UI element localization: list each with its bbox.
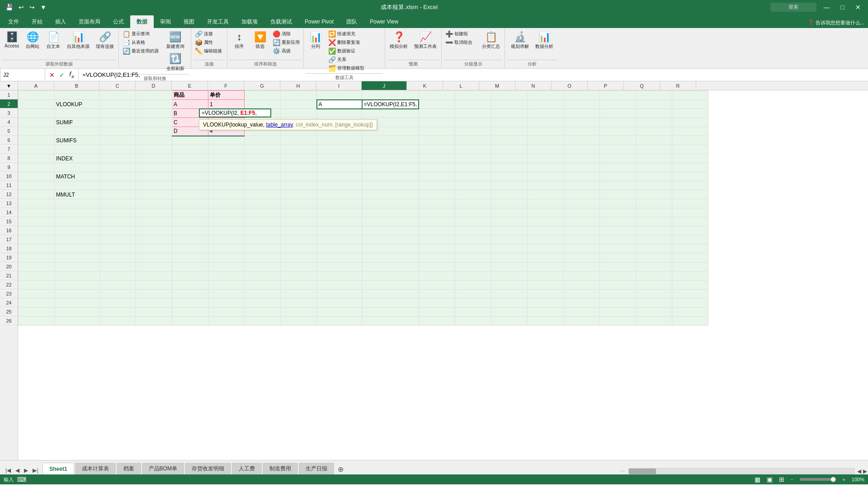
tab-load-test[interactable]: 负载测试 xyxy=(264,15,298,28)
cell-l5[interactable] xyxy=(455,127,491,136)
col-header-r[interactable]: R xyxy=(660,81,696,90)
cell-j2[interactable]: =VLOOKUP(I2,E1:F5, xyxy=(362,100,419,109)
cell-a4[interactable] xyxy=(19,118,55,127)
cell-p8[interactable] xyxy=(599,154,636,163)
cell-o8[interactable] xyxy=(563,154,599,163)
flash-fill-button[interactable]: 🔁 快速填充 xyxy=(326,30,383,38)
existing-connections-button[interactable]: 🔗 现有连接 xyxy=(93,30,117,51)
cell-d6[interactable] xyxy=(136,136,172,145)
web-button[interactable]: 🌐 自网站 xyxy=(23,30,42,51)
sheet-tab-labor[interactable]: 人工费 xyxy=(232,463,262,474)
cell-c5[interactable] xyxy=(100,127,136,136)
cell-m4[interactable] xyxy=(491,118,527,127)
normal-view-button[interactable]: ▦ xyxy=(753,475,762,483)
cell-r1[interactable] xyxy=(672,91,708,100)
cell-l1[interactable] xyxy=(455,91,491,100)
cell-c2[interactable] xyxy=(100,100,136,109)
sheet-options-button[interactable]: ⋯ xyxy=(618,469,627,474)
cell-h1[interactable] xyxy=(281,91,317,100)
cell-q7[interactable] xyxy=(636,145,672,154)
cell-m3[interactable] xyxy=(491,109,527,118)
cell-a8[interactable] xyxy=(19,154,55,163)
cell-b12[interactable]: MMULT xyxy=(55,190,100,199)
cell-q8[interactable] xyxy=(636,154,672,163)
cell-c4[interactable] xyxy=(100,118,136,127)
confirm-formula-button[interactable]: ✓ xyxy=(58,71,66,79)
col-header-m[interactable]: M xyxy=(479,81,515,90)
col-header-j[interactable]: J xyxy=(362,81,407,90)
cell-n2[interactable] xyxy=(527,100,563,109)
sheet-tab-sheet1[interactable]: Sheet1 xyxy=(42,463,74,474)
sheet-nav-first[interactable]: |◀ xyxy=(4,466,13,474)
cell-d1[interactable] xyxy=(136,91,172,100)
cell-b5[interactable] xyxy=(55,127,100,136)
cell-j6[interactable] xyxy=(362,136,419,145)
row-header-23[interactable]: 23 xyxy=(0,289,18,298)
reapply-button[interactable]: 🔄 重新应用 xyxy=(271,38,302,47)
save-icon[interactable]: 💾 xyxy=(4,3,15,12)
tab-power-view[interactable]: Power View xyxy=(363,15,405,28)
cell-m8[interactable] xyxy=(491,154,527,163)
cell-g2[interactable] xyxy=(245,100,281,109)
col-header-e[interactable]: E xyxy=(172,81,208,90)
tab-developer[interactable]: 开发工具 xyxy=(201,15,235,28)
sheet-tab-inventory[interactable]: 存货收发明细 xyxy=(185,463,231,474)
cell-i3[interactable] xyxy=(317,109,362,118)
group-button[interactable]: ➕ 创建组 xyxy=(443,30,478,38)
cell-f7[interactable] xyxy=(208,145,245,154)
cell-p6[interactable] xyxy=(599,136,636,145)
row-header-14[interactable]: 14 xyxy=(0,208,18,217)
text-button[interactable]: 📄 自文本 xyxy=(43,30,63,51)
cell-g7[interactable] xyxy=(245,145,281,154)
row-header-25[interactable]: 25 xyxy=(0,307,18,316)
redo-icon[interactable]: ↪ xyxy=(28,3,37,12)
row-header-10[interactable]: 10 xyxy=(0,172,18,181)
cell-h6[interactable] xyxy=(281,136,317,145)
new-query-button[interactable]: 🆕 新建查询 xyxy=(161,30,189,51)
row-header-11[interactable]: 11 xyxy=(0,181,18,190)
col-header-n[interactable]: N xyxy=(515,81,552,90)
cancel-formula-button[interactable]: ✕ xyxy=(48,71,56,79)
cell-c6[interactable] xyxy=(100,136,136,145)
cell-i6[interactable] xyxy=(317,136,362,145)
cell-p3[interactable] xyxy=(599,109,636,118)
cell-b2[interactable]: VLOOKUP xyxy=(55,100,100,109)
customize-icon[interactable]: ▼ xyxy=(38,3,48,12)
col-header-p[interactable]: P xyxy=(588,81,624,90)
row-header-4[interactable]: 4 xyxy=(0,117,18,127)
cell-a7[interactable] xyxy=(19,145,55,154)
cell-k6[interactable] xyxy=(419,136,455,145)
cell-b10[interactable]: MATCH xyxy=(55,172,100,181)
cell-q1[interactable] xyxy=(636,91,672,100)
cell-d4[interactable] xyxy=(136,118,172,127)
cell-p4[interactable] xyxy=(599,118,636,127)
col-header-q[interactable]: Q xyxy=(624,81,660,90)
col-header-b[interactable]: B xyxy=(54,81,99,90)
tab-view[interactable]: 视图 xyxy=(177,15,201,28)
cell-r6[interactable] xyxy=(672,136,708,145)
cell-h3[interactable] xyxy=(281,109,317,118)
cell-d2[interactable] xyxy=(136,100,172,109)
connections-button[interactable]: 🔗 连接 xyxy=(193,30,225,38)
cell-b3[interactable] xyxy=(55,109,100,118)
cell-k7[interactable] xyxy=(419,145,455,154)
cell-n7[interactable] xyxy=(527,145,563,154)
row-header-8[interactable]: 8 xyxy=(0,154,18,163)
cell-g8[interactable] xyxy=(245,154,281,163)
cell-c1[interactable] xyxy=(100,91,136,100)
sheet-tab-production[interactable]: 生产日报 xyxy=(299,463,334,474)
cell-p2[interactable] xyxy=(599,100,636,109)
cell-n6[interactable] xyxy=(527,136,563,145)
clear-button[interactable]: 🔴 清除 xyxy=(271,30,302,38)
cell-o3[interactable] xyxy=(563,109,599,118)
cell-h8[interactable] xyxy=(281,154,317,163)
col-header-i[interactable]: I xyxy=(316,81,362,90)
cell-m5[interactable] xyxy=(491,127,527,136)
cell-m1[interactable] xyxy=(491,91,527,100)
cell-l2[interactable] xyxy=(455,100,491,109)
cell-f1[interactable]: 单价 xyxy=(208,91,245,100)
cell-e6[interactable] xyxy=(172,136,208,145)
name-box[interactable]: J2 xyxy=(0,69,45,81)
cell-g6[interactable] xyxy=(245,136,281,145)
cell-a1[interactable] xyxy=(19,91,55,100)
